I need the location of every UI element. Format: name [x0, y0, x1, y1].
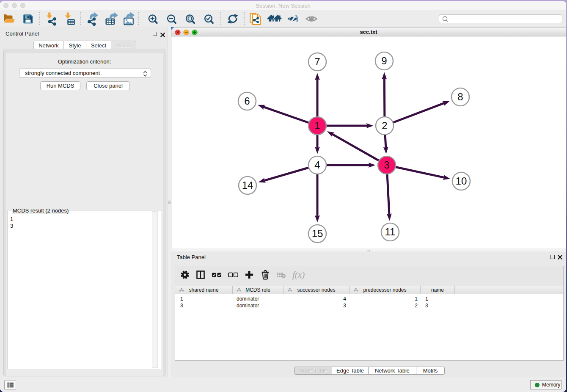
- svg-text:4: 4: [314, 159, 320, 171]
- svg-text:2: 2: [382, 120, 387, 131]
- svg-text:8: 8: [457, 91, 463, 102]
- svg-text:7: 7: [314, 56, 320, 67]
- svg-text:3: 3: [384, 159, 389, 171]
- svg-text:11: 11: [385, 226, 396, 237]
- svg-text:15: 15: [312, 228, 323, 239]
- svg-text:9: 9: [381, 55, 387, 66]
- svg-text:14: 14: [242, 179, 253, 191]
- svg-text:1: 1: [314, 120, 320, 131]
- svg-text:6: 6: [244, 95, 250, 107]
- svg-text:10: 10: [456, 175, 467, 187]
- svg-text:f(x): f(x): [292, 270, 305, 280]
